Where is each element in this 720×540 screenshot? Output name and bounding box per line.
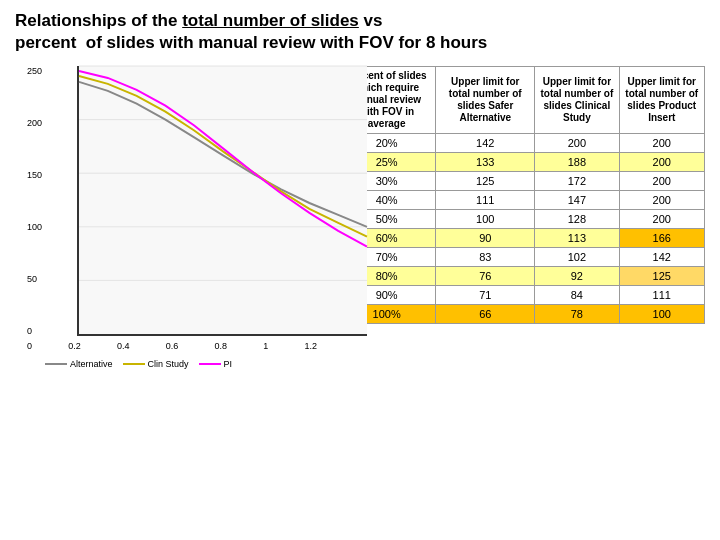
legend-pi: PI [199, 359, 233, 369]
table-cell: 142 [619, 248, 705, 267]
table-cell: 76 [436, 267, 535, 286]
table-row: 60%90113166 [338, 229, 705, 248]
table-header-row: Percent of slides which require manual r… [338, 67, 705, 134]
table-cell: 200 [619, 191, 705, 210]
table-cell: 66 [436, 305, 535, 324]
chart-box [77, 66, 367, 336]
table-row: 70%83102142 [338, 248, 705, 267]
chart-area: 250 200 150 100 50 0 [15, 66, 325, 369]
main-content: 250 200 150 100 50 0 [15, 66, 705, 369]
table-cell: 128 [535, 210, 619, 229]
table-cell: 71 [436, 286, 535, 305]
table-cell: 172 [535, 172, 619, 191]
table-cell: 102 [535, 248, 619, 267]
x-axis-ticks: 0 0.2 0.4 0.6 0.8 1 1.2 [27, 341, 317, 351]
table-cell: 200 [619, 210, 705, 229]
table-row: 30%125172200 [338, 172, 705, 191]
legend-alternative: Alternative [45, 359, 113, 369]
table-cell: 200 [535, 134, 619, 153]
table-cell: 111 [619, 286, 705, 305]
table-cell: 92 [535, 267, 619, 286]
table-cell: 100 [619, 305, 705, 324]
table-cell: 113 [535, 229, 619, 248]
table-row: 40%111147200 [338, 191, 705, 210]
table-cell: 166 [619, 229, 705, 248]
table-row: 90%7184111 [338, 286, 705, 305]
chart-legend: Alternative Clin Study PI [45, 359, 325, 369]
table-cell: 147 [535, 191, 619, 210]
table-cell: 125 [436, 172, 535, 191]
table-cell: 200 [619, 153, 705, 172]
table-cell: 142 [436, 134, 535, 153]
table-cell: 100 [436, 210, 535, 229]
legend-clin-study: Clin Study [123, 359, 189, 369]
col-header-alt: Upper limit for total number of slides S… [436, 67, 535, 134]
table-cell: 125 [619, 267, 705, 286]
data-table: Percent of slides which require manual r… [337, 66, 705, 324]
table-row: 100%6678100 [338, 305, 705, 324]
y-axis-ticks: 250 200 150 100 50 0 [27, 66, 42, 336]
table-cell: 90 [436, 229, 535, 248]
table-cell: 83 [436, 248, 535, 267]
chart-svg [79, 66, 367, 334]
table-cell: 200 [619, 134, 705, 153]
col-header-clin: Upper limit for total number of slides C… [535, 67, 619, 134]
table-cell: 78 [535, 305, 619, 324]
table-row: 20%142200200 [338, 134, 705, 153]
table-row: 50%100128200 [338, 210, 705, 229]
table-cell: 111 [436, 191, 535, 210]
table-cell: 188 [535, 153, 619, 172]
col-header-prod: Upper limit for total number of slides P… [619, 67, 705, 134]
table-area: Percent of slides which require manual r… [337, 66, 705, 324]
table-cell: 133 [436, 153, 535, 172]
table-cell: 200 [619, 172, 705, 191]
page-title: Relationships of the total number of sli… [15, 10, 705, 54]
table-row: 25%133188200 [338, 153, 705, 172]
table-row: 80%7692125 [338, 267, 705, 286]
table-cell: 84 [535, 286, 619, 305]
